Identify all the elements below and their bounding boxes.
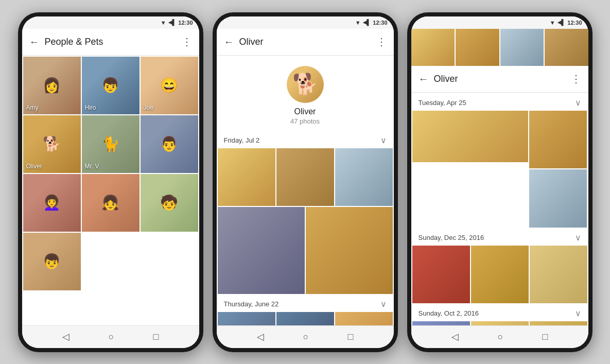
person-child1[interactable]: 👧	[82, 174, 140, 232]
phone-people-pets: ▼ ◀▌ 12:30 ← People & Pets ⋮ 👩 Amy 👦	[18, 12, 203, 352]
photo-oct2-3[interactable]	[530, 321, 587, 325]
photo-oct2-2[interactable]	[471, 321, 529, 325]
photo-col-apr25	[529, 111, 587, 228]
date-label-jun22: Thursday, June 22	[224, 300, 279, 308]
recents-nav-1[interactable]: □	[153, 332, 159, 342]
photo-3[interactable]	[335, 148, 393, 206]
back-button-3[interactable]: ←	[419, 73, 429, 85]
phone-oliver-album: ▼ ◀▌ 12:30 ← Oliver ⋮ 🐕 Oliver 47 photos…	[213, 12, 398, 352]
back-nav-2[interactable]: ◁	[257, 331, 264, 342]
photo-grid-oct2	[411, 321, 588, 325]
oliver-scroll-area: Friday, Jul 2 ∨ Thursday, June 22 ∨	[217, 130, 394, 325]
home-nav-1[interactable]: ○	[109, 332, 114, 342]
back-nav-1[interactable]: ◁	[62, 331, 69, 342]
photo-apr25-3[interactable]	[529, 169, 587, 228]
back-button-1[interactable]: ←	[29, 36, 40, 48]
person-man[interactable]: 👨	[141, 115, 198, 173]
status-icons-2: ▼ ◀▌ 12:30	[355, 19, 388, 26]
child1-face: 👧	[82, 174, 140, 232]
person-child3[interactable]: 👦	[23, 233, 81, 290]
date-header-apr25[interactable]: Tuesday, Apr 25 ∨	[411, 93, 588, 111]
photo-row-2	[217, 206, 394, 294]
top-bar-2: ← Oliver ⋮	[217, 29, 394, 56]
date-header-jun22[interactable]: Thursday, June 22 ∨	[217, 294, 394, 312]
date-section-jul2: Friday, Jul 2 ∨	[217, 130, 394, 294]
photo-oct2-1[interactable]	[412, 321, 470, 325]
status-bar-1: ▼ ◀▌ 12:30	[22, 16, 199, 29]
person-hiro[interactable]: 👦 Hiro	[82, 57, 140, 114]
strip-photo-3[interactable]	[500, 29, 544, 66]
strip-photo-1[interactable]	[411, 29, 455, 66]
time-display-1: 12:30	[178, 20, 193, 26]
back-nav-3[interactable]: ◁	[451, 331, 459, 342]
back-button-2[interactable]: ←	[224, 36, 234, 48]
recents-nav-2[interactable]: □	[348, 332, 354, 342]
photo-apr25-1[interactable]	[412, 111, 528, 162]
photo-apr25-2[interactable]	[529, 111, 587, 169]
top-bar-1: ← People & Pets ⋮	[22, 29, 199, 56]
signal-icon-2: ◀▌	[363, 19, 371, 26]
photo-row-apr25	[411, 111, 588, 228]
recents-nav-3[interactable]: □	[543, 332, 548, 342]
wifi-icon-3: ▼	[550, 20, 555, 26]
status-icons-3: ▼ ◀▌ 12:30	[550, 19, 582, 26]
person-amy[interactable]: 👩 Amy	[23, 57, 81, 114]
chevron-jul2: ∨	[380, 135, 387, 145]
date-section-dec25: Sunday, Dec 25, 2016 ∨	[411, 228, 588, 303]
date-section-jun22: Thursday, June 22 ∨	[217, 294, 394, 325]
strip-photo-4[interactable]	[545, 29, 588, 66]
time-display-2: 12:30	[373, 20, 387, 26]
person-mrv[interactable]: 🐈 Mr. V	[82, 115, 140, 173]
strip-photo-2[interactable]	[456, 29, 499, 66]
bottom-nav-3: ◁ ○ □	[411, 325, 588, 348]
people-grid: 👩 Amy 👦 Hiro 😄 Joe 🐕 Oliver	[22, 56, 199, 291]
photo-grid-jun22	[217, 312, 394, 325]
photo-2[interactable]	[276, 148, 334, 206]
photo-7[interactable]	[276, 312, 334, 325]
date-header-oct2[interactable]: Sunday, Oct 2, 2016 ∨	[411, 303, 588, 321]
hiro-label: Hiro	[85, 104, 96, 111]
person-joe[interactable]: 😄 Joe	[141, 57, 198, 114]
person-woman1[interactable]: 👩‍🦱	[23, 174, 81, 232]
signal-icon: ◀▌	[168, 19, 177, 26]
bottom-nav-2: ◁ ○ □	[217, 325, 394, 348]
signal-icon-3: ◀▌	[557, 19, 566, 26]
screen-title-1: People & Pets	[45, 37, 182, 47]
more-button-3[interactable]: ⋮	[571, 73, 581, 85]
home-nav-2[interactable]: ○	[303, 332, 309, 342]
oliver-avatar: 🐕	[287, 66, 324, 103]
screen-title-2: Oliver	[239, 37, 376, 47]
photo-dec25-2[interactable]	[471, 246, 529, 303]
phone-oliver-scrolled: ▼ ◀▌ 12:30 ← Oliver ⋮ Tuesday, Apr 25 ∨	[407, 12, 592, 352]
photo-dec25-1[interactable]	[412, 246, 470, 303]
home-nav-3[interactable]: ○	[498, 332, 503, 342]
date-section-apr25: Tuesday, Apr 25 ∨	[411, 93, 588, 228]
photo-5[interactable]	[306, 207, 393, 294]
oliver-photo-count: 47 photos	[290, 117, 320, 125]
child3-face: 👦	[23, 233, 81, 290]
wifi-icon: ▼	[161, 20, 166, 26]
status-bar-2: ▼ ◀▌ 12:30	[217, 16, 394, 29]
date-header-dec25[interactable]: Sunday, Dec 25, 2016 ∨	[411, 228, 588, 246]
photo-1[interactable]	[218, 148, 275, 206]
chevron-apr25: ∨	[575, 98, 581, 108]
photo-grid-jul2	[217, 148, 394, 206]
amy-label: Amy	[26, 104, 39, 111]
photo-8[interactable]	[335, 312, 393, 325]
more-button-2[interactable]: ⋮	[376, 36, 387, 48]
date-header-jul2[interactable]: Friday, Jul 2 ∨	[217, 130, 394, 148]
date-label-oct2: Sunday, Oct 2, 2016	[419, 309, 479, 317]
date-section-oct2: Sunday, Oct 2, 2016 ∨	[411, 303, 588, 325]
person-child2[interactable]: 🧒	[141, 174, 198, 232]
chevron-oct2: ∨	[575, 308, 581, 318]
photo-dec25-3[interactable]	[530, 246, 587, 303]
mrv-label: Mr. V	[85, 163, 99, 170]
chevron-dec25: ∨	[575, 233, 581, 242]
status-icons-1: ▼ ◀▌ 12:30	[161, 19, 193, 26]
more-button-1[interactable]: ⋮	[182, 36, 192, 48]
photo-6[interactable]	[218, 312, 275, 325]
person-oliver[interactable]: 🐕 Oliver	[23, 115, 81, 173]
oliver-profile: 🐕 Oliver 47 photos	[217, 56, 394, 130]
screen-title-3: Oliver	[434, 74, 571, 84]
photo-4[interactable]	[218, 207, 305, 294]
